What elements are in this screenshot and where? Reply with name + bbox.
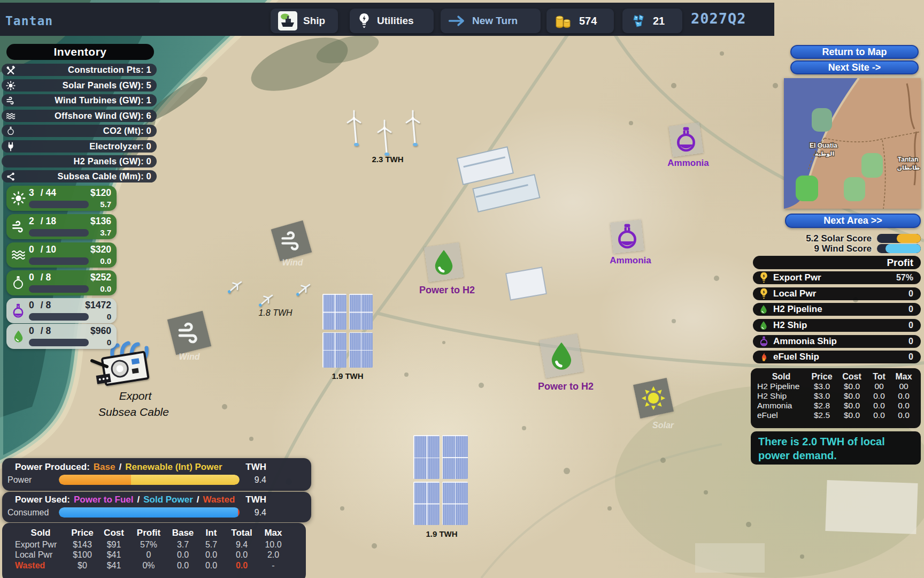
power-to-h2-tile[interactable] <box>424 242 464 283</box>
build-count: 0 <box>29 300 34 310</box>
power-to-h2-label: Power to H2 <box>524 381 607 392</box>
profit-row-value: 0 <box>887 305 913 314</box>
coins-icon <box>554 12 573 29</box>
waves-icon <box>11 248 26 262</box>
return-to-map-label: Return to Map <box>822 47 887 58</box>
small-wind-turbine[interactable] <box>293 280 312 299</box>
produced-title: Power Produced: <box>15 462 90 473</box>
minimap-town1-arabic: الوطية <box>815 150 834 157</box>
sun-icon <box>11 191 26 206</box>
next-site-button[interactable]: Next Site -> <box>790 60 919 74</box>
build-row-h2[interactable]: 0/ 8$960 0 <box>6 324 117 349</box>
fuel-sales-header-row: Sold Price Cost Tot Max <box>755 372 917 382</box>
minimap[interactable]: El Ouatia الوطية Tantan طانطان <box>784 78 921 209</box>
coins-count: 574 <box>579 15 597 27</box>
h2-droplet-icon <box>430 248 458 276</box>
wind-turbine[interactable] <box>342 110 366 151</box>
build-row-electrolyzer[interactable]: 0/ 8$252 0.0 <box>6 270 117 295</box>
build-progress-bar <box>29 285 89 293</box>
return-to-map-button[interactable]: Return to Map <box>790 45 919 59</box>
ammonia-tile[interactable] <box>610 219 644 254</box>
utilities-button-label: Utilities <box>377 15 414 27</box>
next-area-button[interactable]: Next Area >> <box>785 214 921 228</box>
small-wind-turbine[interactable] <box>225 277 244 296</box>
inventory-item-label: Subsea Cable (Mm): 0 <box>58 171 151 181</box>
wind-icon <box>280 229 303 253</box>
scrub-patch <box>244 27 355 102</box>
sun-icon <box>641 385 666 411</box>
produced-unit: TWH <box>245 462 266 473</box>
inventory-item-construction: Construction Pts: 1 <box>2 64 157 76</box>
build-row-wind[interactable]: 2/ 18$136 3.7 <box>6 214 117 239</box>
turn-date: 2027Q2 <box>691 10 746 27</box>
build-row-ammonia[interactable]: 0/ 8$1472 0 <box>6 298 117 323</box>
sun-icon <box>6 81 16 90</box>
utilities-button[interactable]: Utilities <box>350 9 434 33</box>
power-to-h2-label: Power to H2 <box>405 285 489 296</box>
build-output: 3.7 <box>93 228 111 237</box>
new-turn-button[interactable]: New Turn <box>441 9 541 33</box>
table-row: eFuel$2.5$0.00.00.0 <box>755 410 917 420</box>
ammonia-label: Ammonia <box>648 158 728 169</box>
solar-module <box>442 482 468 526</box>
wind-icon <box>6 96 16 105</box>
flame-icon <box>759 352 768 362</box>
build-output: 5.7 <box>93 200 111 209</box>
power-row-label: Power <box>7 475 59 485</box>
ship-button-label: Ship <box>303 15 325 27</box>
build-row-offshore-wind[interactable]: 0/ 10$320 0.0 <box>6 242 117 268</box>
inventory-item-co2: CO2 (Mt): 0 <box>2 125 157 137</box>
produced-base-legend: Base <box>94 462 116 473</box>
col-max: Max <box>891 372 917 382</box>
solar-module <box>413 435 440 479</box>
wind-tile-label: Wind <box>275 258 310 268</box>
plug-icon <box>6 142 16 151</box>
wind-turbine[interactable] <box>401 110 425 151</box>
profit-row-label: Local Pwr <box>773 288 816 299</box>
solar-score-label: 5.2 Solar Score <box>781 233 872 244</box>
power-to-h2-tile[interactable] <box>539 333 583 378</box>
build-capacity: / 18 <box>41 216 56 226</box>
ammonia-flask-icon <box>12 303 25 318</box>
ship-button[interactable]: Ship <box>271 9 338 33</box>
inventory-item-label: H2 Panels (GW): 0 <box>73 156 151 166</box>
inventory-item-electrolyzer: Electrolyzer: 0 <box>2 140 157 153</box>
power-used-bar <box>59 507 240 518</box>
solar-farm[interactable] <box>322 294 373 368</box>
used-wasted-legend: Wasted <box>203 495 235 505</box>
power-produced-value: 9.4 <box>240 475 266 485</box>
solar-site-tile[interactable] <box>633 378 674 419</box>
build-count: 0 <box>29 326 34 336</box>
ammonia-tile[interactable] <box>668 122 704 157</box>
inventory-item-label: Solar Panels (GW): 5 <box>63 80 151 90</box>
next-site-label: Next Site -> <box>828 62 881 73</box>
profit-row-label: eFuel Ship <box>773 352 819 362</box>
profit-row-export-pwr: Export Pwr 57% <box>753 271 921 284</box>
profit-row-value: 57% <box>887 273 913 283</box>
table-row: H2 Pipeline$3.0$0.00000 <box>755 382 917 391</box>
build-progress-bar <box>29 229 89 237</box>
tools-icon <box>6 65 16 75</box>
produced-renewable-legend: Renewable (Int) Power <box>125 462 222 473</box>
wind-farm-output-label: 2.3 TWH <box>350 155 425 164</box>
profit-row-label: Export Pwr <box>773 272 821 283</box>
solar-farm[interactable] <box>413 435 468 525</box>
profit-header-label: Profit <box>887 257 913 269</box>
build-output: 0 <box>93 312 111 321</box>
minimap-town2-arabic: طانطان <box>897 164 920 171</box>
build-output: 0.0 <box>93 256 111 265</box>
build-count: 2 <box>29 216 34 226</box>
build-progress-bar <box>29 339 89 346</box>
power-used-panel: Power Used: Power to Fuel / Sold Power /… <box>2 492 311 522</box>
small-wind-turbine[interactable] <box>256 291 275 310</box>
build-row-solar[interactable]: 3/ 44$120 5.7 <box>6 186 117 211</box>
profit-row-value: 0 <box>887 321 913 330</box>
build-price: $252 <box>90 272 111 283</box>
h2-droplet-icon <box>759 321 768 330</box>
inventory-item-subsea-cable: Subsea Cable (Mm): 0 <box>2 170 157 182</box>
ship-icon <box>278 11 297 31</box>
solar-tile-label: Solar <box>634 421 692 430</box>
profit-row-value: 0 <box>887 352 913 362</box>
h2-droplet-icon <box>759 305 768 314</box>
build-count: 0 <box>29 272 34 283</box>
